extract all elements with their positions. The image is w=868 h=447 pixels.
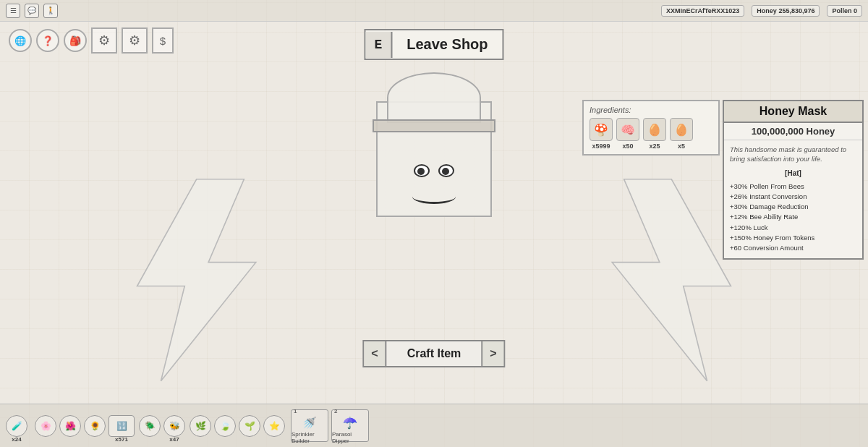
character-head-wrap	[376, 80, 492, 224]
item-stat-4: +120% Luck	[730, 223, 856, 232]
character-eye-left	[414, 164, 430, 177]
item-info-header: Honey Mask	[724, 101, 862, 123]
globe-icon[interactable]: 🌐	[9, 29, 32, 52]
count-icon[interactable]: 🔢	[109, 415, 135, 437]
character-hat-brim	[373, 119, 495, 132]
tab1-num: 1	[292, 408, 297, 414]
bottom-potion-wrap: 🧪 x24	[6, 415, 27, 437]
leave-shop-button[interactable]: E Leave Shop	[364, 29, 503, 60]
chat-icon[interactable]: 💬	[25, 4, 39, 18]
tab-sprinkler-builder[interactable]: 1 🚿 Sprinkler Builder	[291, 409, 328, 442]
bottom-bar: 🧪 x24 🌸 🌺 🌻 🔢 x571 🪲 🐝 x47 🌿 🍃 🌱 ⭐ 1 🚿 S…	[0, 404, 868, 447]
ingredient-item-3: 🥚 x5	[670, 118, 693, 150]
tab2-icon: ☂️	[343, 416, 357, 430]
sprout-icon[interactable]: 🌱	[239, 415, 260, 437]
top-bar-left: ☰ 💬 🚶	[6, 4, 58, 18]
bottom-tabs-container: 1 🚿 Sprinkler Builder 2 ☂️ Parasol Dippe…	[291, 409, 369, 442]
ingredient-icon-3: 🥚	[670, 118, 693, 141]
ingredient-item-2: 🥚 x25	[643, 118, 666, 150]
gear1-icon[interactable]: ⚙	[91, 27, 117, 54]
count-badge: x571	[115, 436, 128, 443]
item-cost: 100,000,000 Honey	[724, 123, 862, 140]
tab-parasol-dipper[interactable]: 2 ☂️ Parasol Dipper	[331, 409, 369, 442]
item-stat-6: +60 Conversion Amount	[730, 243, 856, 252]
craft-prev-arrow[interactable]: <	[364, 341, 385, 366]
menu-icon[interactable]: ☰	[6, 4, 20, 18]
star-icon[interactable]: ⭐	[263, 415, 285, 437]
leaf1-icon[interactable]: 🌿	[190, 415, 211, 437]
character-mouth	[412, 190, 456, 204]
question-icon[interactable]: ❓	[36, 29, 59, 52]
ingredient-icon-2: 🥚	[643, 118, 666, 141]
username-block: XXMInECrAfTeRXX1023	[661, 5, 744, 17]
item-name: Honey Mask	[730, 105, 856, 118]
ingredients-title: Ingredients:	[590, 106, 712, 114]
tab2-label: Parasol Dipper	[332, 431, 368, 444]
flower3-icon[interactable]: 🌻	[84, 415, 106, 437]
item-stat-0: +30% Pollen From Bees	[730, 182, 856, 191]
flower2-icon[interactable]: 🌺	[59, 415, 81, 437]
icon-row-topleft: 🌐 ❓ 🎒 ⚙ ⚙ $	[9, 27, 174, 54]
ingredients-row: 🍄 x5999 🧠 x50 🥚 x25 🥚 x5	[590, 118, 712, 150]
potion-icon[interactable]: 🧪	[6, 415, 27, 437]
ingredient-icon-1: 🧠	[616, 118, 639, 141]
pollen-value: 0	[854, 7, 857, 14]
ingredient-item-0: 🍄 x5999	[590, 118, 613, 150]
ingredient-count-1: x50	[622, 142, 633, 150]
top-bar: ☰ 💬 🚶 XXMInECrAfTeRXX1023 Honey 255,830,…	[0, 0, 868, 22]
leave-shop-label: Leave Shop	[392, 30, 502, 59]
bottom-bee-wrap: 🐝 x47	[163, 415, 185, 437]
honey-block: Honey 255,830,976	[752, 5, 820, 17]
dollar-icon[interactable]: $	[152, 27, 174, 54]
gear2-icon[interactable]: ⚙	[122, 27, 148, 54]
craft-section[interactable]: < Craft Item >	[362, 340, 505, 367]
honey-value: 255,830,976	[778, 7, 814, 14]
craft-next-arrow[interactable]: >	[482, 341, 503, 366]
ingredient-count-3: x5	[678, 142, 685, 150]
ingredients-panel: Ingredients: 🍄 x5999 🧠 x50 🥚 x25 🥚 x5	[582, 100, 720, 156]
character-hat	[387, 72, 481, 123]
character-area	[326, 72, 542, 376]
bug-icon[interactable]: 🪲	[139, 415, 161, 437]
pollen-block: Pollen 0	[827, 5, 862, 17]
backpack-icon[interactable]: 🎒	[64, 29, 87, 52]
tab1-icon: 🚿	[302, 416, 317, 430]
ingredient-count-0: x5999	[592, 142, 610, 150]
craft-button[interactable]: Craft Item	[386, 341, 483, 366]
potion-badge: x24	[12, 436, 21, 443]
item-stat-5: +150% Honey From Tokens	[730, 233, 856, 242]
ingredient-icon-0: 🍄	[590, 118, 613, 141]
ingredient-item-1: 🧠 x50	[616, 118, 639, 150]
pollen-label: Pollen	[832, 7, 851, 14]
leaf2-icon[interactable]: 🍃	[214, 415, 236, 437]
bee-badge: x47	[169, 436, 179, 443]
player-icon[interactable]: 🚶	[43, 4, 58, 18]
item-type-tag: [Hat]	[730, 169, 856, 179]
item-stat-3: +12% Bee Ability Rate	[730, 212, 856, 221]
item-description: This handsome mask is guaranteed to brin…	[730, 145, 856, 164]
bottom-count-wrap: 🔢 x571	[109, 415, 135, 437]
item-info-panel: Honey Mask 100,000,000 Honey This handso…	[723, 100, 864, 260]
ingredient-count-2: x25	[649, 142, 660, 150]
item-stat-2: +30% Damage Reduction	[730, 202, 856, 211]
flower1-icon[interactable]: 🌸	[35, 415, 56, 437]
item-info-body: This handsome mask is guaranteed to brin…	[724, 140, 862, 258]
character-eye-right	[438, 164, 454, 177]
top-bar-right: XXMInECrAfTeRXX1023 Honey 255,830,976 Po…	[661, 5, 862, 17]
item-stat-1: +26% Instant Conversion	[730, 192, 856, 201]
leave-shop-key: E	[365, 32, 392, 58]
bee-icon[interactable]: 🐝	[163, 415, 185, 437]
tab2-num: 2	[332, 408, 337, 414]
tab1-label: Sprinkler Builder	[292, 431, 328, 444]
honey-label: Honey	[757, 7, 777, 14]
